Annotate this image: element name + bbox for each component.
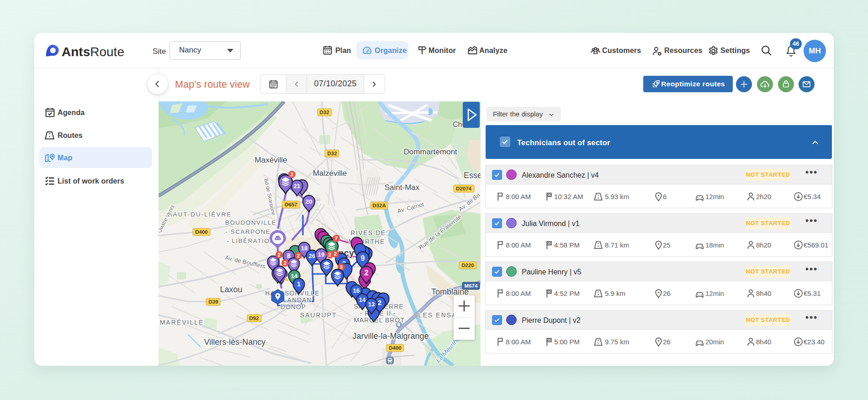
svg-text:2: 2 <box>278 252 281 258</box>
svg-text:- LIBÉRATION: - LIBÉRATION <box>227 237 275 244</box>
svg-text:20: 20 <box>305 198 312 205</box>
svg-text:1: 1 <box>297 280 301 288</box>
svg-text:- SCARPONE: - SCARPONE <box>225 228 270 235</box>
svg-text:HAUT-DU-LIÈVRE: HAUT-DU-LIÈVRE <box>168 211 232 218</box>
svg-text:Malzéville: Malzéville <box>313 169 347 178</box>
svg-text:Saint-Max: Saint-Max <box>385 183 420 192</box>
svg-text:2: 2 <box>291 172 293 177</box>
svg-text:18: 18 <box>301 245 307 252</box>
svg-text:8: 8 <box>287 252 291 259</box>
svg-text:SAURUPT: SAURUPT <box>300 311 337 319</box>
svg-text:19: 19 <box>318 251 324 258</box>
svg-text:MARCEL BROT: MARCEL BROT <box>354 316 405 324</box>
svg-text:21: 21 <box>294 183 300 189</box>
svg-text:Dommartemont: Dommartemont <box>403 147 457 156</box>
svg-text:2: 2 <box>378 299 381 306</box>
svg-text:7: 7 <box>335 236 338 241</box>
svg-text:RIVES DE: RIVES DE <box>350 229 386 237</box>
svg-text:2: 2 <box>297 253 300 258</box>
svg-text:2: 2 <box>328 252 331 258</box>
svg-text:Jarville-la-Malgrange: Jarville-la-Malgrange <box>352 332 429 341</box>
svg-text:Laxou: Laxou <box>220 285 242 294</box>
svg-text:2: 2 <box>334 251 337 257</box>
svg-text:BOUDONVILLE: BOUDONVILLE <box>225 219 277 226</box>
svg-text:14: 14 <box>359 296 366 303</box>
svg-text:2: 2 <box>365 269 369 277</box>
svg-text:DONOP: DONOP <box>281 303 306 311</box>
svg-text:D400: D400 <box>195 229 208 235</box>
svg-text:9: 9 <box>361 254 365 262</box>
svg-text:D39: D39 <box>208 299 218 305</box>
svg-text:D220: D220 <box>461 263 474 268</box>
svg-text:M674: M674 <box>465 283 478 289</box>
svg-text:13: 13 <box>368 301 375 308</box>
svg-text:D400: D400 <box>389 345 402 351</box>
svg-text:Essey: Essey <box>464 171 481 180</box>
svg-text:D32: D32 <box>327 151 337 156</box>
svg-text:MARÉVILLE: MARÉVILLE <box>160 319 204 326</box>
svg-text:3: 3 <box>340 264 343 270</box>
svg-text:D2074: D2074 <box>456 186 471 191</box>
svg-text:D32: D32 <box>319 110 329 115</box>
svg-text:16: 16 <box>353 287 360 294</box>
svg-text:Maxéville: Maxéville <box>255 156 287 164</box>
svg-text:D657: D657 <box>285 202 297 207</box>
svg-text:LES ENSA: LES ENSA <box>418 311 457 319</box>
svg-text:D32A: D32A <box>372 203 386 208</box>
svg-text:26: 26 <box>309 253 315 259</box>
svg-text:Villers-lès-Nancy: Villers-lès-Nancy <box>204 337 266 347</box>
svg-text:D92: D92 <box>249 316 259 321</box>
svg-text:2: 2 <box>284 260 286 266</box>
